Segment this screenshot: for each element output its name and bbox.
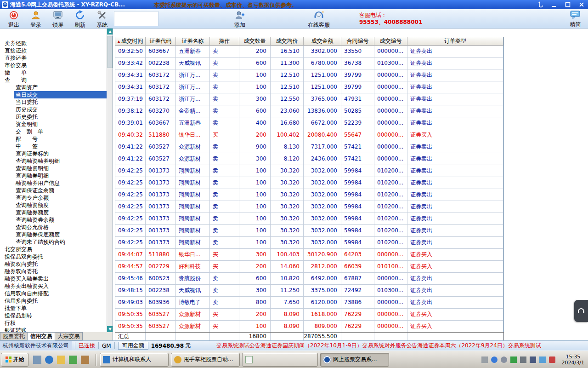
sidebar-item[interactable]: 信用多向委托 bbox=[0, 297, 107, 305]
task-button[interactable]: 网上股票交易系... bbox=[320, 353, 389, 367]
column-header[interactable]: 成交数量 bbox=[239, 37, 271, 46]
sidebar-item[interactable]: 北交所交易 bbox=[0, 246, 107, 253]
sidebar-item[interactable]: 信用双向自由搭配 bbox=[0, 290, 107, 297]
trade-row[interactable]: 09:38:12603270金帝精...卖60023.06013836.0005… bbox=[115, 105, 503, 117]
trade-row[interactable]: 09:42:25001373翔腾新材卖10030.3203032.0005998… bbox=[115, 225, 503, 237]
printer-icon[interactable] bbox=[481, 356, 488, 363]
available-amount-label[interactable]: 可用金额 bbox=[118, 342, 148, 350]
desktop-icon[interactable] bbox=[33, 356, 41, 364]
sidebar-item[interactable]: 查询融券额度 bbox=[0, 209, 107, 216]
system-button[interactable]: 系统 bbox=[91, 10, 113, 28]
sidebar-item[interactable]: 交 割 单 bbox=[0, 128, 107, 135]
floating-customer-service-button[interactable] bbox=[574, 300, 588, 322]
shield-icon[interactable] bbox=[510, 356, 517, 363]
trade-row[interactable]: 09:48:15002238天威视讯卖30011.2503375.0007249… bbox=[115, 285, 503, 297]
sidebar-item[interactable]: 融券双向委托 bbox=[0, 268, 107, 275]
usb-icon[interactable] bbox=[520, 356, 526, 363]
sidebar-item[interactable]: 担保品双向委托 bbox=[0, 253, 107, 260]
help-icon[interactable] bbox=[491, 356, 498, 363]
search-icon[interactable] bbox=[501, 356, 507, 363]
sidebar-item[interactable]: 融资融券用户信息 bbox=[0, 179, 107, 187]
trade-row[interactable]: 09:33:42002238天威视讯卖60011.3006780.0003673… bbox=[115, 58, 503, 69]
sidebar-item[interactable]: 查询专户余额 bbox=[0, 194, 107, 201]
scroll-up-icon[interactable]: ▲ bbox=[107, 29, 113, 34]
login-button[interactable]: 登录 bbox=[25, 10, 47, 28]
browser-icon[interactable] bbox=[45, 356, 53, 364]
column-header[interactable]: 证券名称 bbox=[176, 37, 210, 46]
online-service-button[interactable]: 在线客服 bbox=[304, 10, 334, 28]
column-header[interactable]: 证券代码 bbox=[146, 37, 176, 46]
sidebar-item[interactable]: 查询融资额度 bbox=[0, 201, 107, 209]
sidebar-item[interactable]: 查询融资融券明细 bbox=[0, 157, 107, 165]
trade-row[interactable]: 09:42:25001373翔腾新材卖10030.3203032.0005998… bbox=[115, 177, 503, 189]
sidebar-item[interactable]: 银证转账 bbox=[0, 327, 107, 332]
sidebar-item[interactable]: 配 号 bbox=[0, 135, 107, 143]
exit-button[interactable]: 退出 bbox=[3, 10, 25, 28]
lock-screen-button[interactable]: 锁屏 bbox=[47, 10, 69, 28]
task-button[interactable]: 甩手掌柜股票自动... bbox=[171, 353, 240, 367]
flag-icon[interactable] bbox=[549, 356, 555, 363]
bottom-tab[interactable]: 信用交易 bbox=[28, 332, 55, 340]
bottom-tab[interactable]: 大宗交易 bbox=[55, 332, 83, 340]
refresh-button[interactable]: 刷新 bbox=[69, 10, 91, 28]
trade-row[interactable]: 09:50:35603527众源新材买1008.090809.000762290… bbox=[115, 321, 503, 333]
sidebar-item[interactable]: 卖券还款 bbox=[0, 40, 107, 47]
hook-icon[interactable] bbox=[537, 1, 544, 8]
sidebar-item[interactable]: 批量下单 bbox=[0, 305, 107, 312]
scroll-down-icon[interactable]: ▼ bbox=[107, 326, 113, 332]
trade-row[interactable]: 09:44:57002729好利科技买20014.0602812.0006603… bbox=[115, 261, 503, 273]
sidebar-item[interactable]: 融资买入融券卖出 bbox=[0, 275, 107, 282]
simplify-button[interactable]: 精简 bbox=[564, 10, 586, 28]
trade-row[interactable]: 09:39:01603667五洲新春卖40016.6806672.0005223… bbox=[115, 117, 503, 129]
sidebar-item[interactable]: 查询融资券余额 bbox=[0, 216, 107, 224]
sidebar-item[interactable]: 历史委托 bbox=[0, 113, 107, 121]
close-button[interactable] bbox=[578, 1, 585, 8]
sidebar-item[interactable]: 融券卖出融资买入 bbox=[0, 282, 107, 290]
sidebar-item[interactable]: 直接还款 bbox=[0, 47, 107, 54]
package-icon[interactable] bbox=[81, 356, 89, 364]
column-header[interactable]: 合同编号 bbox=[341, 37, 374, 46]
sidebar-item[interactable]: 当日成交 bbox=[0, 91, 107, 98]
sidebar-item[interactable]: 历史成交 bbox=[0, 106, 107, 113]
sidebar-item[interactable]: 直接还券 bbox=[0, 54, 107, 62]
trade-row[interactable]: 09:42:25001373翔腾新材卖10030.3203032.0005998… bbox=[115, 201, 503, 213]
sidebar-item[interactable]: 查 询 bbox=[0, 76, 107, 84]
sidebar-item[interactable]: 中 签 bbox=[0, 143, 107, 150]
sidebar-item[interactable]: 查询保证金余额 bbox=[0, 187, 107, 194]
maximize-button[interactable] bbox=[564, 1, 571, 8]
trade-row[interactable]: 09:50:35603527众源新材买2008.0901618.00076229… bbox=[115, 309, 503, 321]
sidebar-item[interactable]: 资金明细 bbox=[0, 121, 107, 128]
column-header[interactable]: 成交编号 bbox=[374, 37, 407, 46]
trade-row[interactable]: 09:41:22603527众源新材卖9008.1307317.00057421… bbox=[115, 141, 503, 153]
column-header[interactable]: 成交均价 bbox=[271, 37, 304, 46]
trade-row[interactable]: 09:32:50603667五洲新春卖20016.5103302.0003355… bbox=[115, 46, 503, 58]
task-button[interactable] bbox=[242, 353, 318, 367]
sidebar-item[interactable]: 行权 bbox=[0, 319, 107, 327]
column-header[interactable]: ▲成交时间 bbox=[115, 37, 146, 46]
trade-row[interactable]: 09:42:25001373翔腾新材卖10030.3203032.0005998… bbox=[115, 237, 503, 249]
sidebar-item[interactable]: 查询融券明细 bbox=[0, 172, 107, 179]
trade-row[interactable]: 09:34:31603172浙江万...卖10012.5101251.00039… bbox=[115, 81, 503, 93]
bottom-tab[interactable]: 股票委托 bbox=[0, 332, 28, 340]
sidebar-item[interactable]: 查询证券标的 bbox=[0, 150, 107, 157]
sidebar-item[interactable]: 查询资产 bbox=[0, 84, 107, 91]
sidebar-item[interactable]: 当日委托 bbox=[0, 98, 107, 106]
trade-row[interactable]: 09:49:03603936博敏电子卖8007.6506120.00073886… bbox=[115, 297, 503, 309]
trade-row[interactable]: 09:37:19603172浙江万...卖30012.5503765.00047… bbox=[115, 93, 503, 105]
scroll-thumb[interactable] bbox=[107, 36, 113, 68]
volume-icon[interactable] bbox=[530, 356, 536, 363]
column-header[interactable]: 操作 bbox=[210, 37, 239, 46]
sidebar-item[interactable]: 融资双向委托 bbox=[0, 260, 107, 268]
sidebar-item[interactable]: 担保品划转 bbox=[0, 312, 107, 319]
trade-row[interactable]: 09:41:22603527众源新材卖3008.1202436.00057421… bbox=[115, 153, 503, 165]
trade-row[interactable]: 09:42:25001373翔腾新材卖10030.3203032.0005998… bbox=[115, 165, 503, 177]
add-button[interactable]: 添加 bbox=[229, 10, 251, 28]
sidebar-item[interactable]: 撤 单 bbox=[0, 69, 107, 76]
trade-row[interactable]: 09:42:25001373翔腾新材卖10030.3203032.0005998… bbox=[115, 189, 503, 201]
monitor-icon[interactable] bbox=[69, 356, 77, 364]
folder-icon[interactable] bbox=[57, 356, 65, 364]
sidebar-item[interactable]: 查询公允价格 bbox=[0, 224, 107, 231]
sidebar-item[interactable]: 查询融资明细 bbox=[0, 165, 107, 172]
trade-row[interactable]: 09:40:32511880银华日...买200100.40220080.400… bbox=[115, 129, 503, 141]
network-icon[interactable] bbox=[539, 356, 546, 363]
